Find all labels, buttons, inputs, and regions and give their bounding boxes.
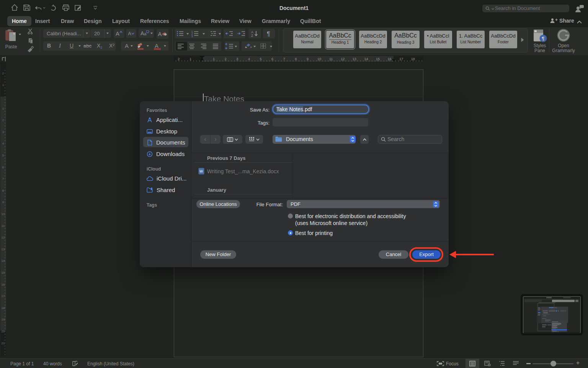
svg-text:2: 2 xyxy=(2,72,4,75)
svg-text:19: 19 xyxy=(2,318,5,321)
svg-text:10: 10 xyxy=(2,212,5,216)
svg-text:20: 20 xyxy=(2,330,5,333)
svg-text:9: 9 xyxy=(307,57,309,61)
svg-text:1: 1 xyxy=(189,57,191,61)
svg-text:¶: ¶ xyxy=(267,31,270,37)
svg-text:15: 15 xyxy=(2,271,5,274)
svg-text:2: 2 xyxy=(178,57,180,61)
svg-text:12: 12 xyxy=(341,57,345,61)
svg-text:11: 11 xyxy=(329,57,333,61)
svg-text:14: 14 xyxy=(2,259,5,263)
svg-text:15: 15 xyxy=(376,57,380,61)
svg-text:6: 6 xyxy=(271,57,273,61)
svg-text:12: 12 xyxy=(2,236,5,239)
svg-text:3: 3 xyxy=(2,130,4,134)
svg-text:13: 13 xyxy=(2,248,5,251)
svg-text:7: 7 xyxy=(2,177,4,181)
svg-text:17: 17 xyxy=(2,294,5,298)
svg-text:W: W xyxy=(199,169,203,173)
svg-text:10: 10 xyxy=(317,57,321,61)
svg-text:¶: ¶ xyxy=(542,36,544,41)
svg-text:5: 5 xyxy=(2,154,4,157)
svg-text:21: 21 xyxy=(2,342,5,345)
svg-text:6: 6 xyxy=(2,166,4,169)
svg-text:8: 8 xyxy=(2,189,4,192)
svg-text:4: 4 xyxy=(2,142,4,145)
svg-text:1: 1 xyxy=(213,57,215,61)
svg-text:1: 1 xyxy=(2,83,4,87)
svg-text:18: 18 xyxy=(411,57,415,61)
svg-text:4: 4 xyxy=(248,57,250,61)
svg-text:7: 7 xyxy=(283,57,285,61)
svg-text:14: 14 xyxy=(364,57,368,61)
svg-text:11: 11 xyxy=(2,224,5,228)
svg-text:Z: Z xyxy=(251,34,253,37)
svg-text:1: 1 xyxy=(2,107,4,110)
svg-text:3: 3 xyxy=(236,57,238,61)
svg-text:8: 8 xyxy=(295,57,297,61)
svg-text:9: 9 xyxy=(2,200,4,204)
svg-text:16: 16 xyxy=(388,57,392,61)
svg-text:18: 18 xyxy=(2,306,5,310)
svg-text:3: 3 xyxy=(191,35,193,37)
svg-text:13: 13 xyxy=(353,57,356,61)
svg-text:2: 2 xyxy=(225,57,227,61)
svg-text:5: 5 xyxy=(260,57,261,61)
svg-text:2: 2 xyxy=(2,118,4,122)
svg-text:16: 16 xyxy=(2,283,5,286)
svg-text:17: 17 xyxy=(399,57,403,61)
